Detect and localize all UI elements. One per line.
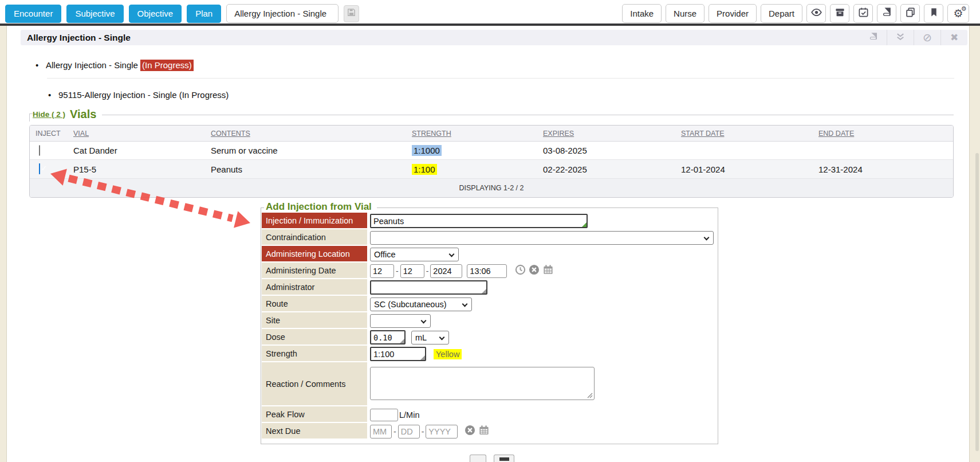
- table-row: Cat Dander Serum or vaccine 1:1000 03-08…: [30, 142, 953, 160]
- vial-expires: 02-22-2025: [537, 165, 675, 174]
- administering-location-label: Administering Location: [262, 246, 367, 263]
- form-row-reaction: Reaction / Comments: [262, 362, 718, 406]
- vial-contents: Peanuts: [205, 165, 406, 174]
- table-pagination: DISPLAYING 1-2 / 2: [30, 179, 953, 197]
- clear-icon[interactable]: [529, 264, 540, 277]
- form-row-peak-flow: Peak Flow L/Min: [262, 406, 718, 423]
- inject-checkbox[interactable]: [39, 163, 40, 174]
- form-row-injection: Injection / Immunization: [262, 213, 718, 229]
- fieldset-border: [102, 115, 954, 115]
- collapse-icon: [895, 32, 906, 44]
- admin-time-input[interactable]: [467, 264, 507, 278]
- procedure-label: 95115-Allergy Injection - Single (In Pro…: [58, 90, 229, 100]
- vertical-scrollbar[interactable]: [975, 153, 979, 451]
- vial-name: P15-5: [68, 165, 205, 174]
- provider-button[interactable]: Provider: [709, 4, 757, 23]
- panel-titlebar: Allergy Injection - Single ⊘ ✖: [21, 30, 967, 45]
- save-button[interactable]: [344, 5, 359, 22]
- copy-button[interactable]: [900, 4, 920, 23]
- site-select[interactable]: [370, 314, 431, 328]
- vial-expires: 03-08-2025: [537, 146, 675, 155]
- inject-checkbox[interactable]: [39, 145, 40, 156]
- dose-input[interactable]: [370, 330, 406, 344]
- clear-icon[interactable]: [465, 425, 475, 438]
- subjective-button[interactable]: Subjective: [66, 5, 123, 23]
- col-vial[interactable]: VIAL: [68, 130, 205, 138]
- notes-button[interactable]: [860, 30, 887, 45]
- chevron-down-icon: [421, 318, 427, 323]
- contraindication-label: Contraindication: [262, 229, 367, 246]
- form-row-administering-date: Administering Date - -: [262, 263, 718, 279]
- calendar-icon[interactable]: [478, 425, 490, 438]
- strength-label: Strength: [262, 346, 367, 362]
- plan-button[interactable]: Plan: [187, 5, 221, 23]
- admin-date-day-input[interactable]: [400, 264, 424, 278]
- peak-flow-input[interactable]: [370, 409, 398, 421]
- route-select[interactable]: SC (Subcutaneous): [370, 297, 472, 311]
- vial-strength: 1:100: [412, 164, 437, 175]
- admin-date-month-input[interactable]: [370, 264, 394, 278]
- injection-label: Injection / Immunization: [262, 213, 367, 229]
- col-expires[interactable]: EXPIRES: [537, 130, 675, 138]
- form-row-route: Route SC (Subcutaneous): [262, 296, 718, 312]
- calendar-check-button[interactable]: [853, 4, 873, 23]
- next-due-label: Next Due: [262, 423, 367, 440]
- hide-vials-link[interactable]: Hide ( 2 ): [33, 110, 65, 119]
- injection-input[interactable]: [370, 214, 588, 228]
- vials-table-header: INJECT VIAL CONTENTS STRENGTH EXPIRES ST…: [30, 126, 953, 142]
- save-action-button[interactable]: [470, 455, 486, 462]
- col-strength[interactable]: STRENGTH: [406, 130, 537, 138]
- archive-button[interactable]: [830, 4, 849, 23]
- disable-button[interactable]: ⊘: [914, 30, 940, 45]
- administrator-label: Administrator: [262, 279, 367, 296]
- bookmark-button[interactable]: [924, 4, 943, 23]
- dose-label: Dose: [262, 329, 367, 346]
- resize-handle-icon[interactable]: [587, 393, 593, 398]
- eye-button[interactable]: [806, 4, 826, 23]
- settings-button[interactable]: ⚙⚙: [947, 4, 969, 23]
- clock-icon[interactable]: [515, 264, 526, 277]
- collapse-button[interactable]: [887, 30, 914, 45]
- divider: [47, 78, 954, 79]
- admin-date-year-input[interactable]: [430, 264, 462, 278]
- calendar-icon[interactable]: [542, 264, 554, 277]
- add-injection-fieldset: Add Injection from Vial Injection / Immu…: [261, 207, 718, 444]
- col-end-date[interactable]: END DATE: [813, 130, 953, 138]
- next-due-month-input[interactable]: [370, 425, 392, 438]
- journal-button[interactable]: [877, 4, 896, 23]
- form-row-dose: Dose mL: [262, 329, 718, 346]
- dose-unit-select[interactable]: mL: [411, 331, 449, 344]
- floppy-icon: [347, 7, 356, 19]
- administering-location-select[interactable]: Office: [370, 248, 459, 261]
- bookmark-icon: [929, 7, 939, 19]
- next-due-day-input[interactable]: [398, 425, 420, 438]
- eye-icon: [810, 6, 822, 21]
- list-item: •95115-Allergy Injection - Single (In Pr…: [48, 90, 229, 100]
- form-selector-button[interactable]: Allergy Injection - Single: [226, 4, 339, 23]
- peak-flow-unit: L/Min: [399, 410, 419, 420]
- form-instance-label: Allergy Injection - Single: [46, 60, 138, 70]
- form-row-next-due: Next Due - -: [262, 423, 718, 440]
- contraindication-select[interactable]: [370, 231, 714, 245]
- encounter-button[interactable]: Encounter: [5, 5, 61, 23]
- form-row-site: Site: [262, 312, 718, 329]
- intake-button[interactable]: Intake: [622, 4, 662, 23]
- col-contents[interactable]: CONTENTS: [205, 130, 406, 138]
- close-button[interactable]: ✖: [941, 30, 967, 45]
- archive-icon: [835, 7, 845, 20]
- reaction-textarea[interactable]: [370, 367, 595, 400]
- reaction-label: Reaction / Comments: [262, 362, 367, 406]
- depart-button[interactable]: Depart: [761, 4, 802, 23]
- administrator-input[interactable]: [370, 280, 487, 295]
- next-due-year-input[interactable]: [426, 425, 458, 438]
- form-row-administrator: Administrator: [262, 279, 718, 296]
- objective-button[interactable]: Objective: [129, 5, 182, 23]
- strength-color-note: Yellow: [434, 349, 462, 359]
- print-button[interactable]: [494, 455, 514, 462]
- nurse-button[interactable]: Nurse: [666, 4, 705, 23]
- col-start-date[interactable]: START DATE: [675, 130, 813, 138]
- book-icon: [881, 7, 892, 20]
- chevron-down-icon: [704, 234, 710, 240]
- panel-title: Allergy Injection - Single: [21, 33, 131, 43]
- strength-input[interactable]: [370, 347, 426, 361]
